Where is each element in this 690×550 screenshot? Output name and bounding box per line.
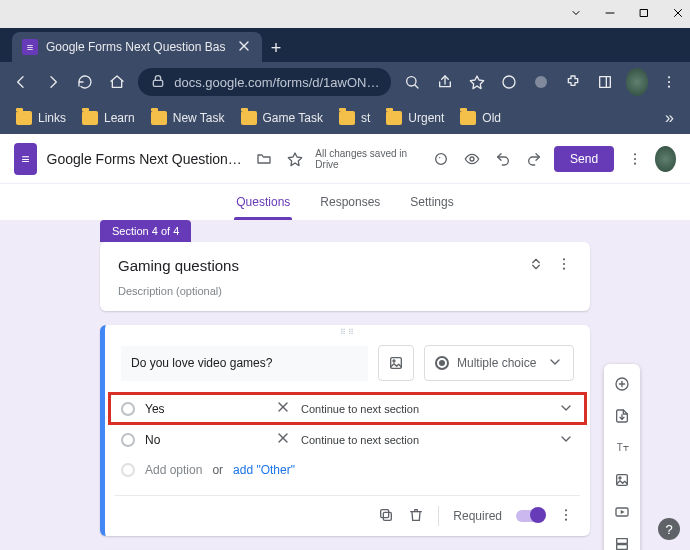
bookmark-item[interactable]: Old xyxy=(454,106,507,130)
add-image-icon[interactable] xyxy=(608,466,636,494)
svg-rect-48 xyxy=(617,545,628,550)
bookmarks-bar: Links Learn New Task Game Task st Urgent… xyxy=(0,102,690,134)
drag-handle-icon[interactable]: ⠿⠿ xyxy=(105,325,590,339)
add-image-icon[interactable] xyxy=(378,345,414,381)
question-menu-icon[interactable] xyxy=(558,507,574,526)
question-text-input[interactable] xyxy=(121,346,368,381)
browser-tabstrip: Google Forms Next Question Bas + xyxy=(0,28,690,62)
add-option-link[interactable]: Add option xyxy=(145,463,202,477)
lock-icon xyxy=(150,73,166,92)
bookmark-item[interactable]: Game Task xyxy=(235,106,329,130)
section-collapse-icon[interactable] xyxy=(528,256,544,275)
share-icon[interactable] xyxy=(434,68,456,96)
svg-rect-34 xyxy=(381,509,389,517)
question-type-label: Multiple choice xyxy=(457,356,536,370)
nav-home-icon[interactable] xyxy=(106,68,128,96)
tab-questions[interactable]: Questions xyxy=(234,184,292,220)
section-menu-icon[interactable] xyxy=(556,256,572,275)
star-icon[interactable] xyxy=(466,68,488,96)
bookmark-item[interactable]: Links xyxy=(10,106,72,130)
option-row[interactable]: No Continue to next section xyxy=(105,424,590,455)
section-title[interactable]: Gaming questions xyxy=(118,257,239,274)
option-label[interactable]: No xyxy=(145,433,265,447)
window-maximize-icon[interactable] xyxy=(638,5,650,23)
help-icon[interactable]: ? xyxy=(658,518,680,540)
browser-tab[interactable]: Google Forms Next Question Bas xyxy=(12,32,262,62)
tab-responses[interactable]: Responses xyxy=(318,184,382,220)
option-label[interactable]: Yes xyxy=(145,402,265,416)
add-other-link[interactable]: add "Other" xyxy=(233,463,295,477)
nav-forward-icon[interactable] xyxy=(42,68,64,96)
section-description[interactable]: Description (optional) xyxy=(118,285,572,297)
star-doc-icon[interactable] xyxy=(284,146,305,172)
editor-menu-icon[interactable] xyxy=(624,146,645,172)
tab-close-icon[interactable] xyxy=(236,38,252,57)
add-video-icon[interactable] xyxy=(608,498,636,526)
theme-icon[interactable] xyxy=(430,146,451,172)
forms-editor: Google Forms Next Question Based on All … xyxy=(0,134,690,550)
nav-back-icon[interactable] xyxy=(10,68,32,96)
svg-point-22 xyxy=(634,157,636,159)
extension2-icon[interactable] xyxy=(530,68,552,96)
required-toggle[interactable] xyxy=(516,510,544,522)
svg-marker-46 xyxy=(621,510,625,514)
new-tab-button[interactable]: + xyxy=(262,34,290,62)
folder-icon xyxy=(386,111,402,125)
nav-reload-icon[interactable] xyxy=(74,68,96,96)
bookmark-item[interactable]: st xyxy=(333,106,376,130)
profile-avatar-icon[interactable] xyxy=(626,68,648,96)
bookmark-item[interactable]: Learn xyxy=(76,106,141,130)
zoom-icon[interactable] xyxy=(401,68,423,96)
sidepanel-icon[interactable] xyxy=(594,68,616,96)
question-type-select[interactable]: Multiple choice xyxy=(424,345,574,381)
goto-select[interactable]: Continue to next section xyxy=(301,400,574,418)
window-minimize-dropdown-icon[interactable] xyxy=(570,5,582,23)
svg-rect-1 xyxy=(641,10,648,17)
move-to-folder-icon[interactable] xyxy=(253,146,274,172)
preview-icon[interactable] xyxy=(461,146,482,172)
option-row[interactable]: Yes Continue to next section xyxy=(109,393,586,424)
window-minimize-icon[interactable] xyxy=(604,5,616,23)
bookmarks-overflow-icon[interactable]: » xyxy=(659,109,680,127)
window-controls xyxy=(0,0,690,28)
add-option-or: or xyxy=(212,463,223,477)
remove-option-icon[interactable] xyxy=(275,430,291,449)
url-field[interactable]: docs.google.com/forms/d/1awON… xyxy=(138,68,391,96)
bookmark-item[interactable]: New Task xyxy=(145,106,231,130)
tab-settings[interactable]: Settings xyxy=(408,184,455,220)
send-button[interactable]: Send xyxy=(554,146,614,172)
section-header-card[interactable]: Gaming questions Description (optional) xyxy=(100,242,590,311)
svg-point-25 xyxy=(563,263,565,265)
section-pill: Section 4 of 4 xyxy=(100,220,191,242)
document-title[interactable]: Google Forms Next Question Based on xyxy=(47,151,244,167)
delete-icon[interactable] xyxy=(408,507,424,526)
question-card[interactable]: ⠿⠿ Multiple choice Yes Continue to xyxy=(100,325,590,536)
forms-logo-icon[interactable] xyxy=(14,143,37,175)
radio-icon xyxy=(435,356,449,370)
redo-icon[interactable] xyxy=(523,146,544,172)
extensions-icon[interactable] xyxy=(562,68,584,96)
svg-point-14 xyxy=(668,76,670,78)
duplicate-icon[interactable] xyxy=(378,507,394,526)
browser-menu-icon[interactable] xyxy=(658,68,680,96)
remove-option-icon[interactable] xyxy=(275,399,291,418)
account-avatar-icon[interactable] xyxy=(655,146,676,172)
svg-point-36 xyxy=(565,513,567,515)
import-questions-icon[interactable] xyxy=(608,402,636,430)
goto-label: Continue to next section xyxy=(301,434,419,446)
goto-select[interactable]: Continue to next section xyxy=(301,431,574,449)
add-title-icon[interactable]: Tᴛ xyxy=(608,434,636,462)
bookmark-item[interactable]: Urgent xyxy=(380,106,450,130)
browser-address-bar: docs.google.com/forms/d/1awON… xyxy=(0,62,690,102)
add-section-icon[interactable] xyxy=(608,530,636,550)
folder-icon xyxy=(82,111,98,125)
add-question-icon[interactable] xyxy=(608,370,636,398)
svg-point-18 xyxy=(435,153,446,164)
bookmark-label: Game Task xyxy=(263,111,323,125)
extension1-icon[interactable] xyxy=(498,68,520,96)
svg-point-26 xyxy=(563,268,565,270)
svg-rect-27 xyxy=(391,358,402,369)
window-close-icon[interactable] xyxy=(672,5,684,23)
undo-icon[interactable] xyxy=(492,146,513,172)
svg-point-15 xyxy=(668,81,670,83)
